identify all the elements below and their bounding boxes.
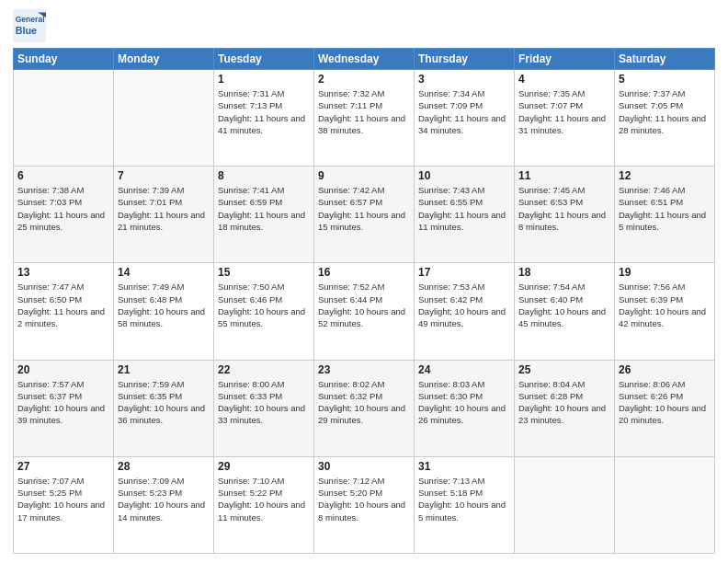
svg-text:General: General	[16, 15, 45, 24]
day-number: 25	[518, 363, 610, 376]
calendar-cell: 13Sunrise: 7:47 AM Sunset: 6:50 PM Dayli…	[14, 263, 114, 360]
day-number: 23	[318, 363, 410, 376]
day-info: Sunrise: 7:38 AM Sunset: 7:03 PM Dayligh…	[17, 184, 109, 233]
calendar-cell: 17Sunrise: 7:53 AM Sunset: 6:42 PM Dayli…	[415, 263, 515, 360]
calendar-cell: 20Sunrise: 7:57 AM Sunset: 6:37 PM Dayli…	[14, 360, 114, 456]
day-info: Sunrise: 7:47 AM Sunset: 6:50 PM Dayligh…	[17, 281, 109, 329]
day-info: Sunrise: 7:07 AM Sunset: 5:25 PM Dayligh…	[17, 475, 109, 523]
calendar-cell: 16Sunrise: 7:52 AM Sunset: 6:44 PM Dayli…	[314, 263, 415, 360]
calendar-cell: 31Sunrise: 7:13 AM Sunset: 5:18 PM Dayli…	[415, 456, 515, 553]
calendar-cell: 19Sunrise: 7:56 AM Sunset: 6:39 PM Dayli…	[615, 263, 715, 360]
calendar-cell: 12Sunrise: 7:46 AM Sunset: 6:51 PM Dayli…	[615, 167, 715, 263]
day-info: Sunrise: 7:34 AM Sunset: 7:09 PM Dayligh…	[418, 87, 510, 136]
day-number: 6	[17, 169, 109, 182]
day-info: Sunrise: 7:46 AM Sunset: 6:51 PM Dayligh…	[619, 184, 711, 233]
day-info: Sunrise: 8:06 AM Sunset: 6:26 PM Dayligh…	[619, 378, 711, 427]
day-number: 28	[118, 460, 210, 473]
day-info: Sunrise: 7:57 AM Sunset: 6:37 PM Dayligh…	[17, 378, 109, 427]
calendar-cell	[114, 70, 214, 167]
calendar-week-row: 13Sunrise: 7:47 AM Sunset: 6:50 PM Dayli…	[14, 263, 715, 360]
day-info: Sunrise: 7:39 AM Sunset: 7:01 PM Dayligh…	[118, 184, 210, 233]
day-number: 31	[418, 460, 510, 473]
weekday-header: Wednesday	[314, 49, 415, 70]
calendar-cell: 15Sunrise: 7:50 AM Sunset: 6:46 PM Dayli…	[214, 263, 314, 360]
day-number: 19	[619, 266, 711, 279]
day-number: 22	[218, 363, 310, 376]
page: General Blue SundayMondayTuesdayWednesda…	[0, 0, 728, 563]
day-number: 30	[318, 460, 410, 473]
day-info: Sunrise: 8:03 AM Sunset: 6:30 PM Dayligh…	[418, 378, 510, 427]
weekday-header: Tuesday	[214, 49, 314, 70]
day-info: Sunrise: 7:54 AM Sunset: 6:40 PM Dayligh…	[518, 281, 610, 329]
day-number: 26	[619, 363, 711, 376]
calendar-cell: 30Sunrise: 7:12 AM Sunset: 5:20 PM Dayli…	[314, 456, 415, 553]
day-info: Sunrise: 7:42 AM Sunset: 6:57 PM Dayligh…	[318, 184, 410, 233]
day-info: Sunrise: 7:59 AM Sunset: 6:35 PM Dayligh…	[118, 378, 210, 427]
day-number: 1	[218, 73, 310, 86]
day-info: Sunrise: 7:35 AM Sunset: 7:07 PM Dayligh…	[518, 87, 610, 136]
day-info: Sunrise: 7:49 AM Sunset: 6:48 PM Dayligh…	[118, 281, 210, 329]
logo-icon: General Blue	[13, 9, 46, 42]
day-number: 2	[318, 73, 410, 86]
calendar-cell	[515, 456, 615, 553]
day-number: 18	[518, 266, 610, 279]
day-info: Sunrise: 7:50 AM Sunset: 6:46 PM Dayligh…	[218, 281, 310, 329]
calendar-cell: 2Sunrise: 7:32 AM Sunset: 7:11 PM Daylig…	[314, 70, 415, 167]
day-number: 4	[518, 73, 610, 86]
day-number: 10	[418, 169, 510, 182]
header: General Blue	[13, 9, 715, 42]
calendar-table: SundayMondayTuesdayWednesdayThursdayFrid…	[13, 48, 715, 554]
calendar-cell: 4Sunrise: 7:35 AM Sunset: 7:07 PM Daylig…	[515, 70, 615, 167]
weekday-header: Monday	[114, 49, 214, 70]
calendar-cell: 1Sunrise: 7:31 AM Sunset: 7:13 PM Daylig…	[214, 70, 314, 167]
calendar-cell: 26Sunrise: 8:06 AM Sunset: 6:26 PM Dayli…	[615, 360, 715, 456]
weekday-header: Thursday	[415, 49, 515, 70]
calendar-week-row: 20Sunrise: 7:57 AM Sunset: 6:37 PM Dayli…	[14, 360, 715, 456]
header-row: SundayMondayTuesdayWednesdayThursdayFrid…	[14, 49, 715, 70]
day-info: Sunrise: 7:31 AM Sunset: 7:13 PM Dayligh…	[218, 87, 310, 136]
day-number: 13	[17, 266, 109, 279]
day-info: Sunrise: 7:56 AM Sunset: 6:39 PM Dayligh…	[619, 281, 711, 329]
calendar-cell: 7Sunrise: 7:39 AM Sunset: 7:01 PM Daylig…	[114, 167, 214, 263]
day-number: 20	[17, 363, 109, 376]
calendar-cell: 27Sunrise: 7:07 AM Sunset: 5:25 PM Dayli…	[14, 456, 114, 553]
calendar-cell: 9Sunrise: 7:42 AM Sunset: 6:57 PM Daylig…	[314, 167, 415, 263]
calendar-cell: 24Sunrise: 8:03 AM Sunset: 6:30 PM Dayli…	[415, 360, 515, 456]
day-number: 14	[118, 266, 210, 279]
day-info: Sunrise: 7:45 AM Sunset: 6:53 PM Dayligh…	[518, 184, 610, 233]
day-info: Sunrise: 8:02 AM Sunset: 6:32 PM Dayligh…	[318, 378, 410, 427]
calendar-cell: 10Sunrise: 7:43 AM Sunset: 6:55 PM Dayli…	[415, 167, 515, 263]
calendar-cell	[615, 456, 715, 553]
weekday-header: Saturday	[615, 49, 715, 70]
calendar-week-row: 27Sunrise: 7:07 AM Sunset: 5:25 PM Dayli…	[14, 456, 715, 553]
calendar-cell: 21Sunrise: 7:59 AM Sunset: 6:35 PM Dayli…	[114, 360, 214, 456]
calendar-week-row: 1Sunrise: 7:31 AM Sunset: 7:13 PM Daylig…	[14, 70, 715, 167]
calendar-cell: 23Sunrise: 8:02 AM Sunset: 6:32 PM Dayli…	[314, 360, 415, 456]
day-number: 11	[518, 169, 610, 182]
day-number: 27	[17, 460, 109, 473]
day-info: Sunrise: 7:13 AM Sunset: 5:18 PM Dayligh…	[418, 475, 510, 523]
day-number: 3	[418, 73, 510, 86]
day-info: Sunrise: 7:10 AM Sunset: 5:22 PM Dayligh…	[218, 475, 310, 523]
day-info: Sunrise: 8:00 AM Sunset: 6:33 PM Dayligh…	[218, 378, 310, 427]
calendar-cell: 8Sunrise: 7:41 AM Sunset: 6:59 PM Daylig…	[214, 167, 314, 263]
day-info: Sunrise: 8:04 AM Sunset: 6:28 PM Dayligh…	[518, 378, 610, 427]
calendar-cell: 14Sunrise: 7:49 AM Sunset: 6:48 PM Dayli…	[114, 263, 214, 360]
calendar-header: SundayMondayTuesdayWednesdayThursdayFrid…	[14, 49, 715, 70]
day-info: Sunrise: 7:12 AM Sunset: 5:20 PM Dayligh…	[318, 475, 410, 523]
calendar-cell: 25Sunrise: 8:04 AM Sunset: 6:28 PM Dayli…	[515, 360, 615, 456]
day-number: 24	[418, 363, 510, 376]
day-number: 12	[619, 169, 711, 182]
svg-text:Blue: Blue	[16, 25, 37, 36]
day-info: Sunrise: 7:32 AM Sunset: 7:11 PM Dayligh…	[318, 87, 410, 136]
day-number: 9	[318, 169, 410, 182]
day-number: 29	[218, 460, 310, 473]
day-number: 8	[218, 169, 310, 182]
calendar-cell: 18Sunrise: 7:54 AM Sunset: 6:40 PM Dayli…	[515, 263, 615, 360]
day-number: 16	[318, 266, 410, 279]
day-number: 15	[218, 266, 310, 279]
day-info: Sunrise: 7:09 AM Sunset: 5:23 PM Dayligh…	[118, 475, 210, 523]
weekday-header: Sunday	[14, 49, 114, 70]
calendar-week-row: 6Sunrise: 7:38 AM Sunset: 7:03 PM Daylig…	[14, 167, 715, 263]
day-info: Sunrise: 7:37 AM Sunset: 7:05 PM Dayligh…	[619, 87, 711, 136]
